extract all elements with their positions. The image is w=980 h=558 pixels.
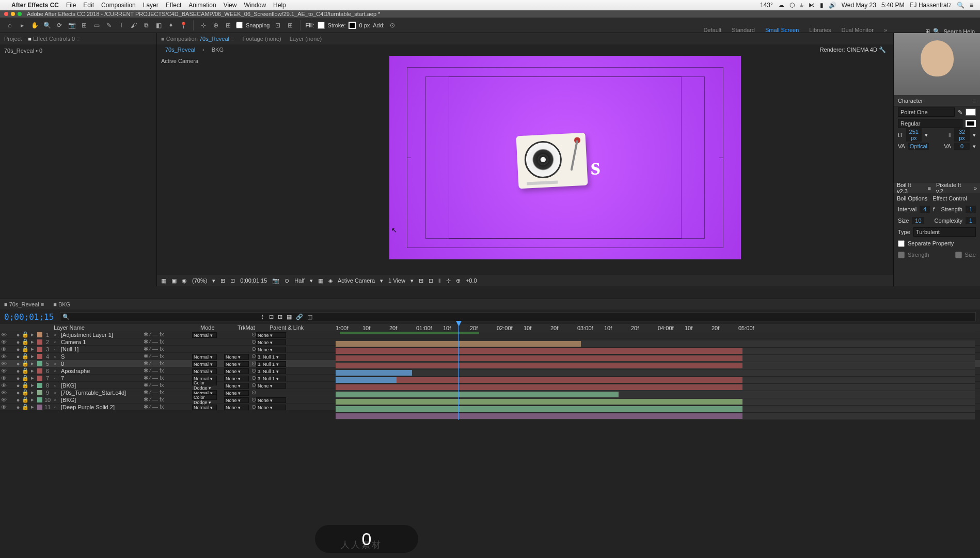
puppet-tool[interactable]: 📍: [179, 21, 188, 30]
minimize-window-button[interactable]: [11, 12, 15, 16]
layer-bar[interactable]: [336, 392, 619, 397]
ws-default[interactable]: Default: [703, 27, 721, 33]
menu-effect[interactable]: Effect: [166, 2, 181, 9]
snapping-checkbox[interactable]: [236, 22, 243, 28]
zoom-chevron-icon[interactable]: ▾: [212, 277, 215, 284]
layer-bar[interactable]: [397, 377, 742, 383]
character-panel-title[interactable]: Character: [898, 98, 923, 104]
view-chevron-icon[interactable]: ▾: [410, 277, 414, 284]
ws-overflow-icon[interactable]: »: [884, 27, 887, 33]
spotlight-icon[interactable]: 🔍: [957, 2, 965, 9]
breadcrumb-comp[interactable]: 70s_Reveal: [165, 47, 195, 53]
layer-bar[interactable]: [336, 363, 742, 368]
layer-bar[interactable]: [336, 413, 742, 419]
menu-edit[interactable]: Edit: [83, 2, 94, 9]
battery-icon[interactable]: ▮: [820, 2, 824, 9]
tl-icon-2[interactable]: ⊡: [269, 314, 274, 320]
renderer-value[interactable]: CINEMA 4D: [847, 47, 877, 53]
overflow-icon[interactable]: »: [974, 185, 977, 191]
snap-icon-2[interactable]: ⊞: [286, 21, 295, 30]
composition-viewer[interactable]: s: [389, 56, 741, 259]
layer-bar[interactable]: [336, 370, 412, 376]
complexity-field[interactable]: 1: [966, 217, 976, 224]
chevron-down-icon[interactable]: ▾: [973, 132, 976, 138]
strength-field[interactable]: 1: [966, 206, 976, 213]
res-chevron-icon[interactable]: ▾: [310, 277, 313, 284]
dropbox-icon[interactable]: ⬡: [789, 2, 795, 9]
tl-icon-5[interactable]: 🔗: [296, 314, 303, 320]
tab-boil-options[interactable]: Boil Options: [897, 195, 927, 202]
cloud-icon[interactable]: ☁: [778, 2, 784, 9]
timeline-timecode[interactable]: 0;00;01;15: [4, 312, 54, 322]
pixel-aspect-icon[interactable]: ⊞: [419, 277, 423, 284]
layer-bar[interactable]: [336, 406, 742, 412]
timeline-search-input[interactable]: [60, 313, 975, 321]
font-family-dropdown[interactable]: Poiret One: [898, 107, 955, 117]
rect-tool[interactable]: ▭: [92, 21, 101, 30]
maximize-window-button[interactable]: [18, 12, 22, 16]
panel-menu-icon[interactable]: ≡: [973, 98, 976, 104]
status-time[interactable]: 5:40 PM: [881, 2, 905, 9]
timeline-tab-bkg[interactable]: ■ BKG: [53, 301, 70, 307]
world-axis-icon[interactable]: ⊕: [211, 21, 220, 30]
tl-graph-editor-icon[interactable]: ◫: [307, 314, 312, 320]
bluetooth-icon[interactable]: ⧔: [809, 2, 815, 9]
tab-project[interactable]: Project: [4, 36, 22, 42]
interval-field[interactable]: 4: [920, 206, 930, 213]
layer-bar[interactable]: [336, 399, 742, 405]
tab-footage[interactable]: Footage (none): [242, 36, 281, 42]
menu-window[interactable]: Window: [244, 2, 266, 9]
resolution-dropdown[interactable]: Half: [294, 277, 305, 284]
guide-icon[interactable]: ⊡: [230, 277, 235, 284]
clone-tool[interactable]: ⧉: [141, 21, 151, 30]
renderer-options-icon[interactable]: 🔧: [879, 47, 886, 53]
pan-behind-tool[interactable]: ⊞: [80, 21, 89, 30]
menu-view[interactable]: View: [224, 2, 237, 9]
exposure-value[interactable]: +0.0: [466, 277, 477, 284]
ws-dual-monitor[interactable]: Dual Monitor: [842, 27, 874, 33]
breadcrumb-bkg[interactable]: BKG: [212, 47, 224, 53]
hand-tool[interactable]: ✋: [30, 21, 39, 30]
view-axis-icon[interactable]: ⊞: [224, 21, 233, 30]
notifications-icon[interactable]: ≡: [970, 2, 973, 9]
tab-menu-icon[interactable]: ≡: [928, 185, 931, 191]
fast-preview-icon[interactable]: ⊡: [429, 277, 433, 284]
channel-icon[interactable]: ▣: [171, 277, 177, 284]
font-size-field[interactable]: 251 px: [906, 128, 922, 142]
3d-icon[interactable]: ◈: [328, 277, 333, 284]
app-name[interactable]: After Effects CC: [11, 2, 59, 9]
brush-tool[interactable]: 🖌: [129, 21, 138, 30]
status-user[interactable]: EJ Hassenfratz: [910, 2, 952, 9]
layer-row[interactable]: 👁●🔒▸1▫[Adjustment Layer 1]✱ ⁄ — fxNormal…: [0, 331, 980, 338]
local-axis-icon[interactable]: ⊹: [199, 21, 208, 30]
menu-file[interactable]: File: [66, 2, 76, 9]
camera-dropdown[interactable]: Active Camera: [338, 277, 375, 284]
rotate-tool[interactable]: ⟳: [55, 21, 64, 30]
viewer-timecode[interactable]: 0;00;01;15: [240, 277, 267, 284]
zoom-dropdown[interactable]: (70%): [192, 277, 207, 284]
layer-bar[interactable]: [336, 355, 742, 361]
view-count[interactable]: 1 View: [388, 277, 405, 284]
chevron-down-icon[interactable]: ▾: [973, 143, 976, 150]
size-field[interactable]: 10: [912, 217, 924, 224]
ws-standard[interactable]: Standard: [732, 27, 755, 33]
tab-effect-control[interactable]: Effect Control: [932, 195, 967, 202]
menu-layer[interactable]: Layer: [143, 2, 159, 9]
font-style-dropdown[interactable]: Regular: [898, 119, 962, 128]
flowchart-icon[interactable]: ⊹: [446, 277, 451, 284]
ws-libraries[interactable]: Libraries: [809, 27, 831, 33]
type-dropdown[interactable]: Turbulent: [913, 227, 976, 237]
home-icon[interactable]: ⌂: [5, 21, 14, 30]
tracking-field[interactable]: 0: [954, 143, 970, 150]
tl-icon-3[interactable]: ⊞: [278, 314, 282, 320]
exposure-reset-icon[interactable]: ⊕: [456, 277, 461, 284]
region-icon[interactable]: ⊙: [284, 277, 289, 284]
mask-icon[interactable]: ◉: [182, 277, 187, 284]
tl-icon-1[interactable]: ⊹: [260, 314, 265, 320]
volume-icon[interactable]: 🔊: [829, 2, 836, 9]
alpha-icon[interactable]: ▦: [161, 277, 166, 284]
eyedropper-icon[interactable]: ✎: [958, 109, 962, 116]
add-menu-icon[interactable]: ⊙: [388, 21, 397, 30]
stroke-width[interactable]: 0 px: [359, 22, 370, 28]
stroke-swatch[interactable]: [349, 22, 356, 29]
